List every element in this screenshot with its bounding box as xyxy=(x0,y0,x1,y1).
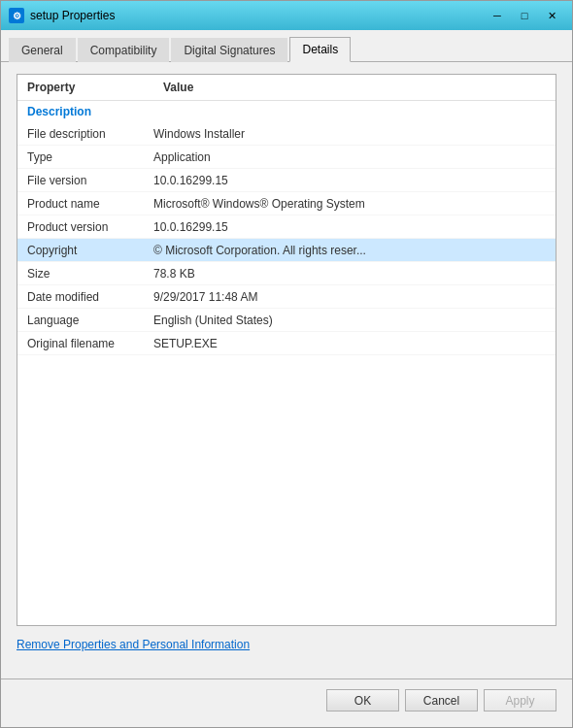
table-row[interactable]: Language English (United States) xyxy=(17,309,556,332)
row-value: 10.0.16299.15 xyxy=(153,174,546,187)
remove-properties-link[interactable]: Remove Properties and Personal Informati… xyxy=(17,638,250,651)
table-row[interactable]: Original filename SETUP.EXE xyxy=(17,332,556,355)
row-property: Original filename xyxy=(27,337,153,350)
row-value: Application xyxy=(153,150,546,164)
row-value: SETUP.EXE xyxy=(153,337,546,350)
row-property: Date modified xyxy=(27,290,153,304)
table-row-selected[interactable]: Copyright © Microsoft Corporation. All r… xyxy=(17,239,556,262)
details-table[interactable]: Property Value Description File descript… xyxy=(17,74,556,626)
ok-button[interactable]: OK xyxy=(326,689,399,711)
table-row[interactable]: Date modified 9/29/2017 11:48 AM xyxy=(17,285,556,309)
minimize-button[interactable]: ─ xyxy=(485,6,510,25)
link-area: Remove Properties and Personal Informati… xyxy=(17,638,556,651)
table-row[interactable]: File description Windows Installer xyxy=(17,122,556,146)
window-icon: ⚙ xyxy=(9,8,24,23)
tab-general[interactable]: General xyxy=(9,38,76,62)
row-value: English (United States) xyxy=(153,314,546,327)
maximize-button[interactable]: □ xyxy=(512,6,537,25)
tab-compatibility[interactable]: Compatibility xyxy=(78,38,170,62)
row-value: Microsoft® Windows® Operating System xyxy=(153,197,546,211)
row-property: Language xyxy=(27,314,153,327)
cancel-button[interactable]: Cancel xyxy=(405,689,478,711)
table-row[interactable]: Product version 10.0.16299.15 xyxy=(17,215,556,239)
row-property: File version xyxy=(27,174,153,187)
row-value: 78.8 KB xyxy=(153,267,546,281)
row-value: © Microsoft Corporation. All rights rese… xyxy=(153,244,546,257)
col-property-header: Property xyxy=(27,81,163,94)
row-value: 9/29/2017 11:48 AM xyxy=(153,290,546,304)
window: ⚙ setup Properties ─ □ ✕ General Compati… xyxy=(0,0,573,728)
row-value: 10.0.16299.15 xyxy=(153,220,546,234)
close-button[interactable]: ✕ xyxy=(539,6,564,25)
apply-button[interactable]: Apply xyxy=(484,689,556,711)
tab-details[interactable]: Details xyxy=(289,37,351,62)
row-property: Product version xyxy=(27,220,153,234)
tabs-bar: General Compatibility Digital Signatures… xyxy=(1,30,572,62)
table-header: Property Value xyxy=(17,75,556,101)
row-property: Type xyxy=(27,150,153,164)
row-property: File description xyxy=(27,127,153,141)
button-bar: OK Cancel Apply xyxy=(1,678,572,727)
title-bar: ⚙ setup Properties ─ □ ✕ xyxy=(1,1,572,30)
row-property: Copyright xyxy=(27,244,153,257)
row-property: Size xyxy=(27,267,153,281)
table-row[interactable]: Product name Microsoft® Windows® Operati… xyxy=(17,192,556,215)
col-value-header: Value xyxy=(163,81,546,94)
section-description: Description xyxy=(17,101,556,122)
table-row[interactable]: Size 78.8 KB xyxy=(17,262,556,285)
row-property: Product name xyxy=(27,197,153,211)
table-row[interactable]: Type Application xyxy=(17,146,556,169)
window-title: setup Properties xyxy=(30,9,485,22)
tab-digital-signatures[interactable]: Digital Signatures xyxy=(171,38,287,62)
content-area: Property Value Description File descript… xyxy=(1,62,572,678)
row-value: Windows Installer xyxy=(153,127,546,141)
table-row[interactable]: File version 10.0.16299.15 xyxy=(17,169,556,192)
title-bar-controls: ─ □ ✕ xyxy=(485,6,564,25)
